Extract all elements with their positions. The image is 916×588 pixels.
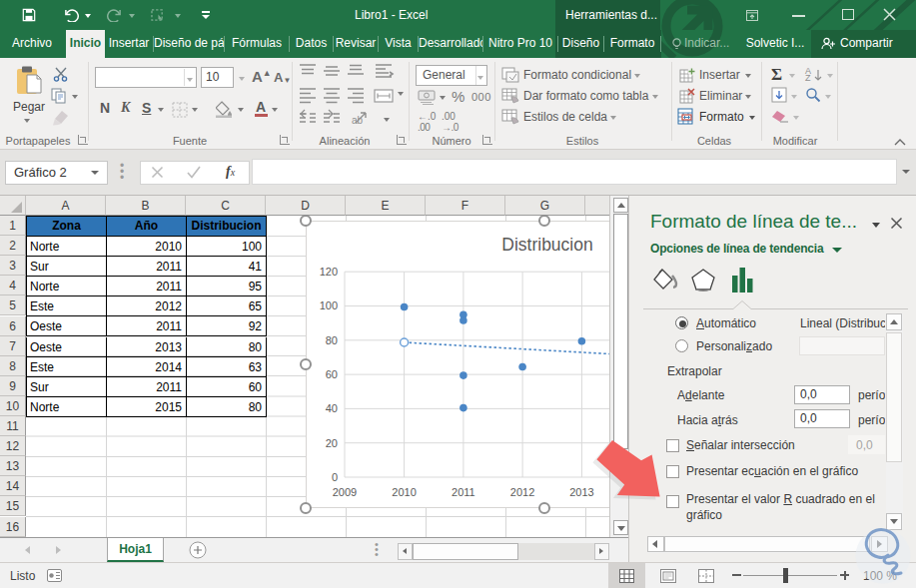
svg-text:2012: 2012 [510,486,534,498]
svg-text:40: 40 [326,402,338,414]
svg-text:20: 20 [326,437,338,449]
svg-text:2010: 2010 [392,486,416,498]
svg-text:Distribucion: Distribucion [501,235,592,255]
svg-text:80: 80 [326,334,338,346]
svg-text:2011: 2011 [452,486,475,498]
svg-text:60: 60 [326,368,338,380]
svg-text:0: 0 [332,471,338,483]
svg-text:ab: ab [352,115,364,126]
svg-text:100: 100 [320,299,338,311]
svg-text:2009: 2009 [333,486,357,498]
svg-text:120: 120 [320,266,338,278]
